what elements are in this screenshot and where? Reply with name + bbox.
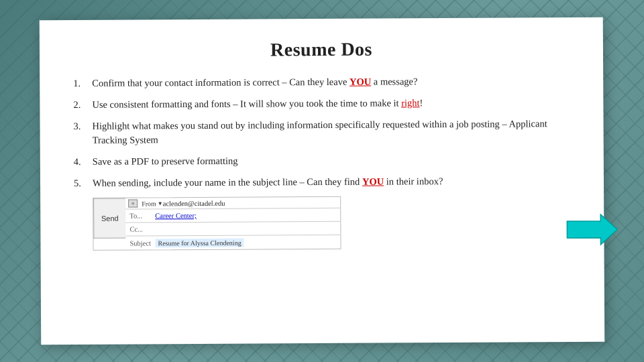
list-text: Use consistent formatting and fonts – It… xyxy=(92,95,570,112)
list-item: 1. Confirm that your contact information… xyxy=(73,74,570,90)
list-number: 3. xyxy=(74,119,93,133)
slide-title: Resume Dos xyxy=(73,38,570,62)
subject-value: Resume for Alyssa Clendening xyxy=(155,238,244,247)
cyan-arrow-icon xyxy=(564,211,617,248)
cc-value xyxy=(155,228,336,229)
list-text: When sending, include your name in the s… xyxy=(93,174,570,190)
subject-row: Subject Resume for Alyssa Clendening xyxy=(125,235,340,250)
list-item: 2. Use consistent formatting and fonts –… xyxy=(73,95,570,112)
list-number: 2. xyxy=(73,98,92,112)
list-text: Highlight what makes you stand out by in… xyxy=(93,117,570,147)
highlight-you-1: YOU xyxy=(350,76,371,87)
from-row: ≡ From ▼ aclenden@citadel.edu xyxy=(125,197,340,210)
attach-icon: ≡ xyxy=(128,200,138,208)
svg-marker-0 xyxy=(567,215,617,245)
to-label: To... xyxy=(129,212,155,219)
from-label: ≡ From ▼ xyxy=(128,199,163,207)
to-value: Career Center; xyxy=(155,211,336,219)
to-row: To... Career Center; xyxy=(125,208,340,223)
email-fields: ≡ From ▼ aclenden@citadel.edu To... Care… xyxy=(125,197,340,250)
list-item: 3. Highlight what makes you stand out by… xyxy=(74,117,570,147)
email-mock: Send ≡ From ▼ aclenden@citadel.edu To...… xyxy=(93,195,570,251)
highlight-right: right xyxy=(401,97,419,108)
email-client-mock: Send ≡ From ▼ aclenden@citadel.edu To...… xyxy=(93,196,341,251)
cc-label: Cc... xyxy=(129,225,155,233)
send-box: Send xyxy=(93,198,125,239)
list-number: 4. xyxy=(74,155,93,169)
list-text: Save as a PDF to preserve formatting xyxy=(93,152,570,169)
send-label: Send xyxy=(101,215,119,223)
list-number: 1. xyxy=(73,76,92,90)
cc-row: Cc... xyxy=(125,222,340,237)
slide: Resume Dos 1. Confirm that your contact … xyxy=(40,17,605,345)
from-value: aclenden@citadel.edu xyxy=(163,198,337,206)
content-list: 1. Confirm that your contact information… xyxy=(73,74,570,190)
dropdown-arrow-icon: ▼ xyxy=(158,200,163,206)
career-center-link: Career Center; xyxy=(155,212,197,219)
list-number: 5. xyxy=(74,176,93,190)
list-text: Confirm that your contact information is… xyxy=(92,74,570,90)
subject-label: Subject xyxy=(129,239,155,247)
list-item: 5. When sending, include your name in th… xyxy=(74,174,570,190)
list-item: 4. Save as a PDF to preserve formatting xyxy=(74,152,570,169)
highlight-you-2: YOU xyxy=(362,176,384,187)
